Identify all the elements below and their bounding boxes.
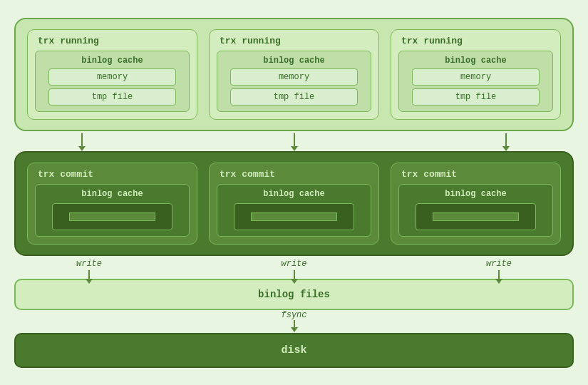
trx-commit-title-3: trx commit (398, 169, 457, 180)
write-label-2: write (281, 259, 306, 269)
trx-commit-box-1: trx commit binlog cache (27, 163, 197, 245)
disk-label: disk (281, 344, 306, 356)
tmpfile-box-2: tmp file (230, 88, 358, 106)
write-label-3: write (486, 259, 512, 269)
arrow-down-2 (284, 133, 305, 151)
binlog-cache-commit-label-2: binlog cache (263, 189, 324, 199)
binlog-cache-label-3: binlog cache (445, 56, 506, 66)
fsync-arrow-head (291, 327, 298, 332)
write-line-3 (498, 270, 500, 279)
commit-inner-content-2 (251, 212, 337, 221)
write-arrow-1: write (71, 259, 107, 284)
write-line-2 (294, 270, 295, 279)
arrow-line-2 (294, 133, 295, 146)
row-disk: disk (14, 333, 574, 368)
binlog-cache-box-1: binlog cache memory tmp file (35, 51, 190, 112)
running-to-commit-arrows (14, 131, 574, 151)
memory-box-2: memory (230, 68, 358, 86)
tmpfile-box-1: tmp file (48, 88, 176, 106)
write-arrow-2: write (277, 259, 312, 284)
commit-inner-box-1 (52, 203, 172, 230)
memory-box-3: memory (412, 68, 540, 86)
commit-inner-content-3 (433, 212, 519, 221)
trx-commit-box-3: trx commit binlog cache (391, 163, 561, 245)
write-arrow-3: write (481, 259, 517, 284)
write-label-1: write (76, 259, 102, 269)
trx-running-box-3: trx running binlog cache memory tmp file (391, 29, 561, 120)
write-line-1 (88, 270, 90, 279)
commit-inner-box-3 (416, 203, 536, 230)
binlog-cache-label-1: binlog cache (81, 56, 143, 66)
fsync-row: fsync (14, 310, 574, 333)
arrow-head-1 (78, 146, 86, 151)
commit-inner-content-1 (69, 212, 155, 221)
arrow-head-3 (502, 146, 510, 151)
trx-commit-title-2: trx commit (217, 169, 275, 180)
fsync-arrow-line (294, 320, 295, 327)
write-labels-row: write write write (14, 256, 574, 279)
arrow-head-2 (291, 146, 298, 151)
trx-running-title-2: trx running (217, 36, 281, 46)
trx-running-title-1: trx running (35, 36, 99, 46)
fsync-label: fsync (281, 310, 306, 320)
binlog-cache-commit-3: binlog cache (398, 184, 553, 237)
trx-commit-box-2: trx commit binlog cache (209, 163, 379, 245)
arrow-line-3 (505, 133, 507, 146)
write-arrowhead-2 (291, 279, 298, 284)
arrow-line-1 (81, 133, 83, 146)
trx-running-title-3: trx running (398, 36, 463, 46)
binlog-cache-label-2: binlog cache (263, 56, 324, 66)
arrow-down-1 (71, 133, 93, 151)
tmpfile-box-3: tmp file (412, 88, 540, 106)
binlog-cache-commit-2: binlog cache (217, 184, 371, 237)
trx-running-box-2: trx running binlog cache memory tmp file (209, 29, 379, 120)
binlog-cache-commit-1: binlog cache (35, 184, 190, 237)
write-arrowhead-3 (495, 279, 502, 284)
binlog-cache-commit-label-3: binlog cache (445, 189, 506, 199)
arrow-down-3 (495, 133, 517, 151)
write-arrowhead-1 (86, 279, 93, 284)
row-commit: trx commit binlog cache trx commit binlo… (14, 151, 574, 256)
binlog-cache-box-3: binlog cache memory tmp file (398, 51, 553, 112)
binlog-cache-box-2: binlog cache memory tmp file (217, 51, 371, 112)
binlog-cache-commit-label-1: binlog cache (81, 189, 143, 199)
row-running: trx running binlog cache memory tmp file… (14, 18, 574, 131)
memory-box-1: memory (48, 68, 176, 86)
trx-running-box-1: trx running binlog cache memory tmp file (27, 29, 197, 120)
diagram: trx running binlog cache memory tmp file… (14, 18, 574, 368)
trx-commit-title-1: trx commit (35, 169, 93, 180)
binlog-files-label: binlog files (258, 289, 330, 300)
commit-inner-box-2 (234, 203, 354, 230)
